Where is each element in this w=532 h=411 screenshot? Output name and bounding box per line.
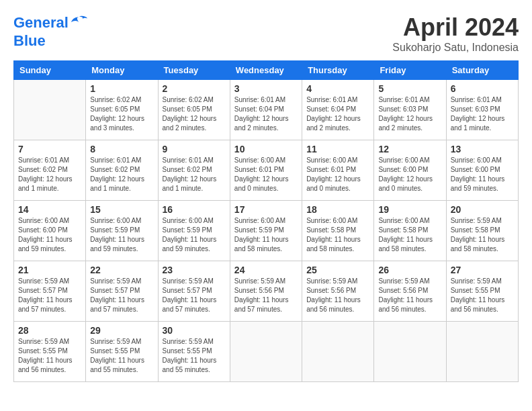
day-number: 23: [163, 265, 226, 275]
logo-bird-icon: [70, 13, 89, 32]
day-number: 27: [451, 265, 514, 275]
day-number: 15: [90, 204, 153, 215]
calendar-cell: 1Sunrise: 6:02 AMSunset: 6:05 PMDaylight…: [86, 80, 158, 140]
title-area: April 2024 Sukoharjo Satu, Indonesia: [392, 13, 519, 54]
calendar-cell: 16Sunrise: 6:00 AMSunset: 5:59 PMDayligh…: [158, 201, 230, 261]
day-number: 9: [163, 144, 226, 154]
logo-line1: General: [13, 13, 89, 32]
day-number: 16: [163, 204, 226, 215]
day-info: Sunrise: 6:00 AMSunset: 6:00 PMDaylight:…: [378, 156, 441, 193]
calendar-cell: 30Sunrise: 5:59 AMSunset: 5:55 PMDayligh…: [158, 322, 230, 382]
calendar-cell: 3Sunrise: 6:01 AMSunset: 6:04 PMDaylight…: [230, 80, 302, 140]
day-info: Sunrise: 5:59 AMSunset: 5:55 PMDaylight:…: [18, 337, 81, 375]
calendar-cell: 25Sunrise: 5:59 AMSunset: 5:56 PMDayligh…: [302, 261, 374, 322]
day-number: 28: [18, 325, 81, 336]
day-info: Sunrise: 5:59 AMSunset: 5:56 PMDaylight:…: [234, 277, 298, 314]
calendar-cell: 18Sunrise: 6:00 AMSunset: 5:58 PMDayligh…: [302, 201, 374, 261]
day-info: Sunrise: 6:00 AMSunset: 6:00 PMDaylight:…: [18, 216, 81, 254]
day-number: 13: [451, 144, 514, 154]
calendar-cell: [302, 322, 374, 382]
weekday-header-thursday: Thursday: [302, 61, 374, 80]
calendar-cell: 29Sunrise: 5:59 AMSunset: 5:55 PMDayligh…: [86, 322, 158, 382]
day-number: 20: [451, 204, 514, 215]
calendar-cell: 4Sunrise: 6:01 AMSunset: 6:04 PMDaylight…: [302, 80, 374, 140]
month-year-title: April 2024: [392, 13, 519, 42]
day-info: Sunrise: 6:00 AMSunset: 5:59 PMDaylight:…: [234, 216, 298, 254]
weekday-header-wednesday: Wednesday: [230, 61, 302, 80]
day-number: 6: [451, 83, 514, 94]
calendar-cell: 26Sunrise: 5:59 AMSunset: 5:56 PMDayligh…: [374, 261, 446, 322]
day-info: Sunrise: 6:01 AMSunset: 6:03 PMDaylight:…: [378, 95, 441, 133]
day-info: Sunrise: 6:01 AMSunset: 6:04 PMDaylight:…: [306, 95, 369, 133]
calendar-cell: 6Sunrise: 6:01 AMSunset: 6:03 PMDaylight…: [446, 80, 518, 140]
calendar-cell: [374, 322, 446, 382]
logo-line2: Blue: [13, 32, 89, 50]
day-info: Sunrise: 6:00 AMSunset: 5:58 PMDaylight:…: [378, 216, 441, 254]
day-info: Sunrise: 6:01 AMSunset: 6:02 PMDaylight:…: [90, 156, 153, 193]
day-info: Sunrise: 5:59 AMSunset: 5:57 PMDaylight:…: [163, 277, 226, 314]
day-info: Sunrise: 6:02 AMSunset: 6:05 PMDaylight:…: [163, 95, 226, 133]
weekday-header-monday: Monday: [86, 61, 158, 80]
calendar-cell: [14, 80, 86, 140]
calendar-cell: 27Sunrise: 5:59 AMSunset: 5:55 PMDayligh…: [446, 261, 518, 322]
day-info: Sunrise: 6:01 AMSunset: 6:03 PMDaylight:…: [451, 95, 514, 133]
day-number: 21: [18, 265, 81, 275]
day-info: Sunrise: 5:59 AMSunset: 5:56 PMDaylight:…: [306, 277, 369, 314]
calendar-cell: 13Sunrise: 6:00 AMSunset: 6:00 PMDayligh…: [446, 140, 518, 201]
day-info: Sunrise: 5:59 AMSunset: 5:55 PMDaylight:…: [451, 277, 514, 314]
calendar-cell: 23Sunrise: 5:59 AMSunset: 5:57 PMDayligh…: [158, 261, 230, 322]
day-number: 25: [306, 265, 369, 275]
day-number: 7: [18, 144, 81, 154]
day-number: 24: [234, 265, 298, 275]
day-number: 18: [306, 204, 369, 215]
calendar-table: SundayMondayTuesdayWednesdayThursdayFrid…: [13, 60, 519, 382]
calendar-cell: 12Sunrise: 6:00 AMSunset: 6:00 PMDayligh…: [374, 140, 446, 201]
weekday-header-friday: Friday: [374, 61, 446, 80]
day-number: 30: [163, 325, 226, 336]
day-info: Sunrise: 6:00 AMSunset: 6:01 PMDaylight:…: [306, 156, 369, 193]
day-number: 29: [90, 325, 153, 336]
calendar-cell: 17Sunrise: 6:00 AMSunset: 5:59 PMDayligh…: [230, 201, 302, 261]
calendar-cell: 11Sunrise: 6:00 AMSunset: 6:01 PMDayligh…: [302, 140, 374, 201]
calendar-cell: 9Sunrise: 6:01 AMSunset: 6:02 PMDaylight…: [158, 140, 230, 201]
calendar-cell: 22Sunrise: 5:59 AMSunset: 5:57 PMDayligh…: [86, 261, 158, 322]
day-info: Sunrise: 5:59 AMSunset: 5:55 PMDaylight:…: [163, 337, 226, 375]
calendar-week-row: 21Sunrise: 5:59 AMSunset: 5:57 PMDayligh…: [14, 261, 519, 322]
day-info: Sunrise: 6:00 AMSunset: 5:58 PMDaylight:…: [306, 216, 369, 254]
day-number: 17: [234, 204, 298, 215]
day-info: Sunrise: 6:01 AMSunset: 6:02 PMDaylight:…: [18, 156, 81, 193]
day-number: 19: [378, 204, 441, 215]
weekday-header-saturday: Saturday: [446, 61, 518, 80]
day-info: Sunrise: 6:02 AMSunset: 6:05 PMDaylight:…: [90, 95, 153, 133]
day-info: Sunrise: 6:01 AMSunset: 6:02 PMDaylight:…: [163, 156, 226, 193]
day-number: 5: [378, 83, 441, 94]
day-info: Sunrise: 6:00 AMSunset: 5:59 PMDaylight:…: [163, 216, 226, 254]
day-number: 22: [90, 265, 153, 275]
logo: General Blue: [13, 13, 89, 50]
calendar-cell: 20Sunrise: 5:59 AMSunset: 5:58 PMDayligh…: [446, 201, 518, 261]
weekday-header-sunday: Sunday: [14, 61, 86, 80]
weekday-header-tuesday: Tuesday: [158, 61, 230, 80]
calendar-week-row: 1Sunrise: 6:02 AMSunset: 6:05 PMDaylight…: [14, 80, 519, 140]
day-info: Sunrise: 5:59 AMSunset: 5:55 PMDaylight:…: [90, 337, 153, 375]
calendar-cell: 5Sunrise: 6:01 AMSunset: 6:03 PMDaylight…: [374, 80, 446, 140]
calendar-cell: [446, 322, 518, 382]
day-number: 26: [378, 265, 441, 275]
day-number: 2: [163, 83, 226, 94]
day-info: Sunrise: 6:00 AMSunset: 5:59 PMDaylight:…: [90, 216, 153, 254]
calendar-cell: 8Sunrise: 6:01 AMSunset: 6:02 PMDaylight…: [86, 140, 158, 201]
day-number: 14: [18, 204, 81, 215]
day-number: 10: [234, 144, 298, 154]
day-info: Sunrise: 5:59 AMSunset: 5:57 PMDaylight:…: [18, 277, 81, 314]
day-info: Sunrise: 5:59 AMSunset: 5:56 PMDaylight:…: [378, 277, 441, 314]
calendar-cell: 2Sunrise: 6:02 AMSunset: 6:05 PMDaylight…: [158, 80, 230, 140]
day-number: 3: [234, 83, 298, 94]
calendar-cell: 15Sunrise: 6:00 AMSunset: 5:59 PMDayligh…: [86, 201, 158, 261]
day-number: 12: [378, 144, 441, 154]
calendar-week-row: 14Sunrise: 6:00 AMSunset: 6:00 PMDayligh…: [14, 201, 519, 261]
day-info: Sunrise: 5:59 AMSunset: 5:57 PMDaylight:…: [90, 277, 153, 314]
location-subtitle: Sukoharjo Satu, Indonesia: [392, 42, 519, 54]
day-info: Sunrise: 6:00 AMSunset: 6:01 PMDaylight:…: [234, 156, 298, 193]
page-header: General Blue April 2024 Sukoharjo Satu, …: [13, 13, 519, 54]
calendar-cell: 7Sunrise: 6:01 AMSunset: 6:02 PMDaylight…: [14, 140, 86, 201]
